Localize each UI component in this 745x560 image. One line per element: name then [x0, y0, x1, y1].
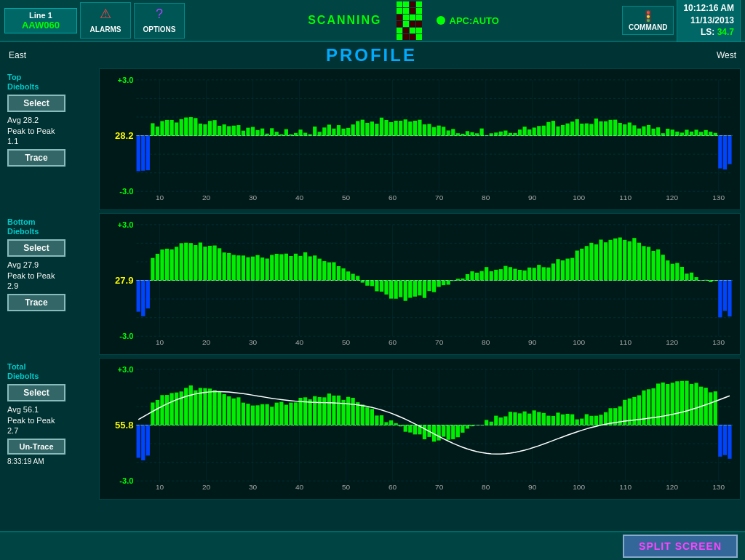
- svg-text:30: 30: [249, 193, 258, 201]
- total-section-label: TotalDiebolts: [7, 362, 96, 381]
- total-p2p-line: Peak to Peak: [7, 415, 96, 425]
- svg-rect-402: [308, 399, 312, 425]
- line-info: Line 1 AAW060: [4, 8, 77, 33]
- svg-rect-128: [565, 124, 569, 136]
- svg-rect-105: [456, 133, 460, 135]
- options-label: OPTIONS: [143, 25, 175, 33]
- svg-rect-323: [714, 281, 717, 281]
- svg-rect-247: [351, 273, 355, 280]
- svg-text:90: 90: [528, 483, 537, 491]
- alarms-button[interactable]: ⚠ ALARMS: [80, 2, 131, 39]
- svg-text:50: 50: [342, 338, 351, 346]
- svg-rect-316: [680, 267, 684, 281]
- bottom-diebolts-sidebar: BottomDiebolts Select Avg 27.9 Peak to P…: [4, 213, 99, 355]
- svg-rect-272: [470, 271, 474, 280]
- svg-rect-387: [236, 397, 240, 425]
- svg-rect-157: [704, 130, 708, 136]
- svg-rect-324: [718, 281, 722, 318]
- svg-rect-457: [570, 415, 574, 425]
- svg-rect-259: [408, 281, 412, 298]
- top-select-button[interactable]: Select: [7, 95, 65, 112]
- svg-rect-222: [232, 255, 236, 281]
- total-select-button[interactable]: Select: [7, 384, 65, 401]
- svg-rect-279: [503, 266, 507, 281]
- total-p2p-value: 2.7: [7, 425, 96, 436]
- svg-rect-317: [685, 273, 688, 280]
- svg-text:+3.0: +3.0: [118, 220, 134, 229]
- top-trace-button[interactable]: Trace: [7, 149, 65, 167]
- svg-rect-43: [160, 121, 164, 135]
- svg-rect-266: [442, 281, 445, 286]
- svg-rect-452: [546, 416, 550, 425]
- svg-rect-367: [141, 425, 145, 460]
- svg-rect-46: [175, 122, 178, 135]
- svg-rect-490: [728, 425, 731, 459]
- svg-rect-383: [218, 392, 221, 425]
- svg-text:-3.0: -3.0: [119, 476, 133, 485]
- apc-section: APC:AUTO: [437, 15, 499, 26]
- svg-text:120: 120: [666, 338, 678, 346]
- svg-rect-102: [442, 127, 445, 135]
- svg-rect-230: [270, 255, 274, 281]
- svg-rect-239: [313, 255, 316, 280]
- svg-rect-242: [327, 263, 331, 281]
- svg-rect-380: [203, 388, 207, 425]
- svg-rect-137: [608, 120, 612, 136]
- svg-rect-386: [232, 399, 236, 425]
- svg-rect-240: [318, 259, 322, 281]
- svg-rect-204: [146, 281, 150, 309]
- svg-rect-314: [671, 264, 674, 281]
- total-untrace-button[interactable]: Un-Trace: [7, 439, 65, 455]
- svg-rect-426: [423, 425, 426, 439]
- top-chart-svg: 102030405060708090100110120130+3.0-3.028…: [100, 69, 740, 209]
- svg-rect-106: [461, 134, 464, 136]
- svg-rect-488: [718, 425, 722, 457]
- svg-rect-229: [266, 259, 269, 281]
- svg-rect-213: [189, 243, 193, 280]
- svg-rect-416: [375, 415, 378, 425]
- svg-rect-487: [714, 391, 717, 425]
- svg-rect-223: [236, 255, 240, 280]
- svg-rect-445: [513, 412, 517, 425]
- svg-rect-150: [671, 129, 674, 135]
- svg-rect-82: [346, 128, 350, 136]
- options-button[interactable]: ? OPTIONS: [134, 3, 185, 39]
- svg-text:60: 60: [389, 338, 397, 346]
- split-screen-button[interactable]: SPLIT SCREEN: [623, 535, 738, 558]
- svg-rect-421: [399, 425, 402, 427]
- svg-rect-415: [370, 409, 374, 425]
- svg-rect-210: [175, 247, 178, 280]
- svg-rect-244: [337, 266, 340, 281]
- svg-rect-55: [218, 126, 221, 136]
- svg-rect-205: [151, 258, 154, 281]
- svg-rect-301: [608, 240, 612, 281]
- svg-rect-326: [728, 281, 731, 317]
- svg-rect-71: [294, 133, 298, 136]
- top-avg-line: Avg 28.2: [7, 115, 96, 125]
- svg-rect-391: [255, 405, 259, 425]
- svg-rect-88: [375, 124, 378, 135]
- svg-text:70: 70: [435, 483, 444, 491]
- bottom-trace-button[interactable]: Trace: [7, 294, 65, 311]
- svg-text:28.2: 28.2: [115, 130, 134, 141]
- command-button[interactable]: 🚦 COMMAND: [622, 6, 674, 35]
- svg-rect-211: [180, 243, 183, 280]
- svg-rect-233: [284, 254, 288, 281]
- svg-text:130: 130: [712, 338, 725, 346]
- svg-rect-408: [337, 396, 340, 425]
- svg-rect-76: [318, 132, 322, 135]
- svg-rect-104: [451, 129, 455, 135]
- svg-rect-217: [208, 246, 212, 281]
- svg-rect-440: [490, 422, 493, 425]
- svg-rect-472: [642, 391, 645, 425]
- svg-rect-454: [556, 412, 559, 425]
- total-diebolts-row: TotalDiebolts Select Avg 56.1 Peak to Pe…: [4, 358, 741, 500]
- top-p2p-line: Peak to Peak: [7, 126, 96, 136]
- svg-rect-258: [404, 281, 407, 301]
- bottom-select-button[interactable]: Select: [7, 239, 65, 257]
- svg-rect-395: [275, 403, 279, 425]
- svg-rect-97: [418, 120, 421, 136]
- svg-rect-98: [423, 124, 426, 136]
- svg-rect-209: [170, 249, 173, 281]
- svg-rect-306: [632, 238, 636, 280]
